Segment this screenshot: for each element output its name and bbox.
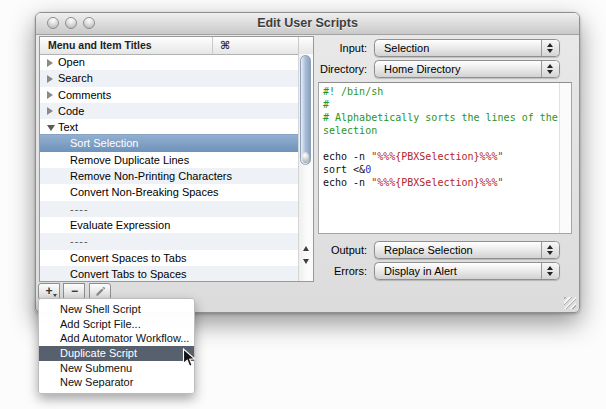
popup-stepper-icon <box>541 61 559 77</box>
code-line: echo -n "%%%{PBXSelection}%%%" <box>323 150 557 163</box>
editor-scrollbar[interactable] <box>559 83 571 233</box>
input-popup[interactable]: Selection <box>374 39 560 57</box>
row-label: Remove Non-Printing Characters <box>70 170 232 182</box>
row-label: ---- <box>70 235 89 247</box>
code-line: selection <box>323 124 557 137</box>
code-token-comment: selection <box>323 125 377 136</box>
script-editor[interactable]: #! /bin/sh## Alphabetically sorts the li… <box>318 82 572 234</box>
directory-popup[interactable]: Home Directory <box>374 60 560 78</box>
code-token-string: "%%%{PBXSelection}%%%" <box>371 177 503 188</box>
column-divider[interactable] <box>212 37 213 54</box>
list-group-row[interactable]: Open <box>40 54 298 70</box>
code-token-plain: echo -n <box>323 151 371 162</box>
row-label: Open <box>58 56 85 68</box>
menu-item-add-script-file[interactable]: Add Script File... <box>39 317 194 332</box>
menu-item-new-separator[interactable]: New Separator <box>39 375 194 390</box>
directory-popup-value: Home Directory <box>384 63 460 75</box>
list-separator-row[interactable]: ---- <box>40 233 298 249</box>
code-token-string: "%%%{PBXSelection}%%%" <box>371 151 503 162</box>
errors-label: Errors: <box>287 265 367 277</box>
minus-icon: − <box>71 284 78 298</box>
row-label: Search <box>58 72 93 84</box>
row-label: ---- <box>70 203 89 215</box>
output-popup[interactable]: Replace Selection <box>374 241 560 259</box>
popup-stepper-icon <box>541 263 559 279</box>
code-line: #! /bin/sh <box>323 85 557 98</box>
list-group-row[interactable]: Search <box>40 70 298 86</box>
list-header[interactable]: Menu and Item Titles ⌘ <box>40 37 313 55</box>
row-label: Text <box>58 121 78 133</box>
list-group-row[interactable]: Comments <box>40 87 298 103</box>
list-item-row[interactable]: Convert Spaces to Tabs <box>40 250 298 266</box>
list-item-row[interactable]: Evaluate Expression <box>40 217 298 233</box>
menu-item-duplicate-script[interactable]: Duplicate Script <box>39 346 194 361</box>
add-script-context-menu: New Shell ScriptAdd Script File...Add Au… <box>38 298 195 394</box>
column-header-shortcut[interactable]: ⌘ <box>220 39 230 52</box>
list-item-row[interactable]: Convert Tabs to Spaces <box>40 266 298 281</box>
row-label: Sort Selection <box>70 137 138 149</box>
script-list-rows: OpenSearchCommentsCodeTextSort Selection… <box>40 54 298 281</box>
menu-triangle-icon <box>53 294 57 297</box>
code-token-number: 0 <box>365 164 371 175</box>
code-line: # Alphabetically sorts the lines of the <box>323 111 557 124</box>
splitter-handle-icon[interactable] <box>302 152 309 163</box>
input-popup-value: Selection <box>384 42 429 54</box>
column-header-titles[interactable]: Menu and Item Titles <box>48 39 152 51</box>
code-line: echo -n "%%%{PBXSelection}%%%" <box>323 176 557 189</box>
window-title: Edit User Scripts <box>36 16 579 30</box>
menu-item-new-submenu[interactable]: New Submenu <box>39 361 194 376</box>
errors-popup-value: Display in Alert <box>384 265 457 277</box>
list-group-row[interactable]: Code <box>40 103 298 119</box>
list-item-row[interactable]: Sort Selection <box>40 134 298 151</box>
edit-user-scripts-window: Edit User Scripts Menu and Item Titles ⌘… <box>35 12 580 313</box>
disclosure-open-icon[interactable] <box>47 125 55 131</box>
input-label: Input: <box>287 42 367 54</box>
list-item-row[interactable]: Remove Non-Printing Characters <box>40 168 298 184</box>
row-label: Convert Tabs to Spaces <box>70 268 187 280</box>
code-token-comment: #! /bin/sh <box>323 86 383 97</box>
row-label: Convert Non-Breaking Spaces <box>70 186 219 198</box>
arrow-cursor-icon <box>182 348 197 373</box>
menu-item-add-automator-workflow[interactable]: Add Automator Workflow... <box>39 331 194 346</box>
errors-popup[interactable]: Display in Alert <box>374 262 560 280</box>
list-separator-row[interactable]: ---- <box>40 201 298 217</box>
popup-stepper-icon <box>541 40 559 56</box>
code-line: # <box>323 98 557 111</box>
pencil-icon <box>94 286 106 298</box>
list-item-row[interactable]: Remove Duplicate Lines <box>40 152 298 168</box>
disclosure-closed-icon[interactable] <box>47 107 53 115</box>
list-group-row[interactable]: Text <box>40 119 298 135</box>
disclosure-closed-icon[interactable] <box>47 59 53 67</box>
menu-item-new-shell-script[interactable]: New Shell Script <box>39 302 194 317</box>
row-label: Convert Spaces to Tabs <box>70 252 187 264</box>
row-label: Remove Duplicate Lines <box>70 154 189 166</box>
code-line <box>323 137 557 150</box>
disclosure-closed-icon[interactable] <box>47 75 53 83</box>
code-token-plain: echo -n <box>323 177 371 188</box>
titlebar[interactable]: Edit User Scripts <box>36 13 579 35</box>
editor-lines: #! /bin/sh## Alphabetically sorts the li… <box>323 85 557 189</box>
output-popup-value: Replace Selection <box>384 244 473 256</box>
code-token-comment: # Alphabetically sorts the lines of the <box>323 112 558 123</box>
plus-icon: + <box>45 284 52 298</box>
disclosure-closed-icon[interactable] <box>47 91 53 99</box>
code-token-plain: sort <& <box>323 164 365 175</box>
popup-stepper-icon <box>541 242 559 258</box>
resize-grip-icon[interactable] <box>564 297 576 309</box>
output-label: Output: <box>287 244 367 256</box>
code-line: sort <&0 <box>323 163 557 176</box>
script-list: Menu and Item Titles ⌘ OpenSearchComment… <box>39 36 314 282</box>
row-label: Evaluate Expression <box>70 219 170 231</box>
directory-label: Directory: <box>287 63 367 75</box>
row-label: Comments <box>58 89 111 101</box>
code-token-comment: # <box>323 99 329 110</box>
row-label: Code <box>58 105 84 117</box>
list-item-row[interactable]: Convert Non-Breaking Spaces <box>40 184 298 200</box>
